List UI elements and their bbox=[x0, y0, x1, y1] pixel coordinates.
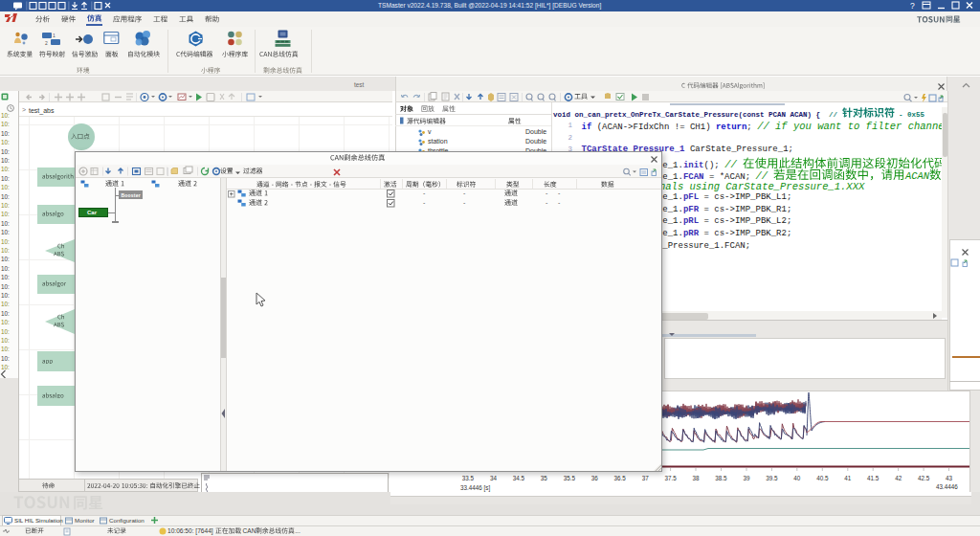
svg-text:?: ? bbox=[910, 1, 915, 11]
svg-text:1: 1 bbox=[53, 33, 56, 38]
svg-text:2: 2 bbox=[45, 40, 48, 46]
